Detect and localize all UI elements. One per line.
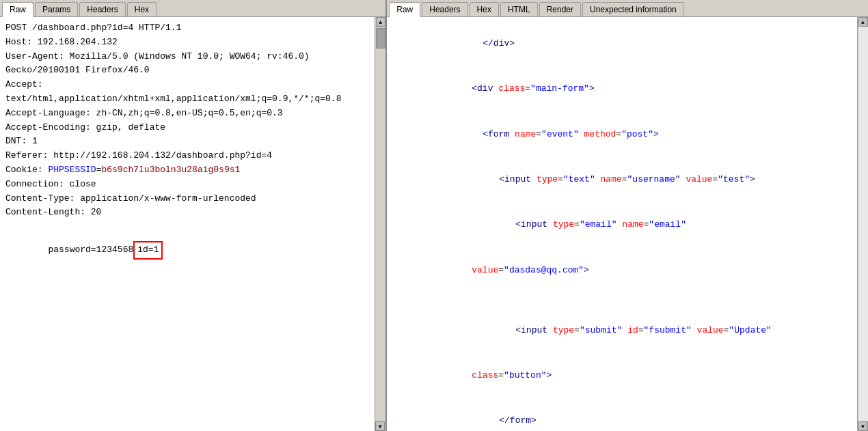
list-item: Gecko/20100101 Firefox/46.0	[5, 64, 380, 78]
right-tab-bar: Raw Headers Hex HTML Render Unexpected i…	[387, 0, 868, 17]
list-item: Accept-Encoding: gzip, deflate	[5, 121, 380, 135]
tab-raw-right[interactable]: Raw	[389, 2, 420, 17]
list-item: class="button">	[394, 353, 843, 398]
scroll-up-right[interactable]: ▲	[858, 17, 868, 27]
list-item: DNT: 1	[5, 135, 380, 149]
list-item: Referer: http://192.168.204.132/dashboar…	[5, 149, 380, 163]
tab-headers-right[interactable]: Headers	[422, 2, 467, 16]
tab-headers-left[interactable]: Headers	[79, 2, 125, 16]
list-item: </div>	[394, 21, 843, 66]
right-content-wrapper: </div> <div class="main-form"> <form nam…	[387, 17, 868, 431]
list-item: </form>	[394, 398, 843, 431]
cookie-value: b6s9ch7lu3boln3u28aig0s9s1	[101, 165, 240, 175]
html-content: <form name="event" method="post">	[483, 129, 659, 139]
list-item: <input type="text" name="username" value…	[394, 157, 843, 202]
tab-params[interactable]: Params	[35, 2, 78, 16]
right-panel: Raw Headers Hex HTML Render Unexpected i…	[387, 0, 868, 431]
tab-render[interactable]: Render	[539, 2, 581, 16]
list-item: Accept-Language: zh-CN,zh;q=0.8,en-US;q=…	[5, 107, 380, 121]
right-content-area: </div> <div class="main-form"> <form nam…	[387, 17, 857, 431]
scroll-up-arrow[interactable]: ▲	[376, 17, 385, 27]
cookie-name: PHPSESSID	[48, 165, 96, 175]
list-item: <input type="email" name="email"	[394, 202, 843, 247]
html-content: class="button">	[472, 370, 552, 380]
left-tab-bar: Raw Params Headers Hex	[0, 0, 385, 17]
left-panel: Raw Params Headers Hex POST /dashboard.p…	[0, 0, 387, 431]
scroll-down-right[interactable]: ▼	[858, 421, 868, 431]
left-scrollbar[interactable]: ▲ ▼	[375, 17, 385, 431]
list-item: <div class="main-form">	[394, 66, 843, 111]
scroll-track-right	[858, 27, 868, 421]
list-item: text/html,application/xhtml+xml,applicat…	[5, 92, 380, 107]
list-item: POST /dashboard.php?id=4 HTTP/1.1	[5, 21, 380, 36]
scroll-thumb-left[interactable]	[376, 28, 385, 48]
list-item: Content-Length: 20	[5, 206, 380, 220]
post-body-prefix: password=1234568	[48, 245, 133, 255]
left-content-area: POST /dashboard.php?id=4 HTTP/1.1 Host: …	[0, 17, 385, 431]
tab-raw-left[interactable]: Raw	[2, 2, 33, 17]
html-content: </div>	[483, 38, 515, 48]
list-item: Content-Type: application/x-www-form-url…	[5, 192, 380, 206]
list-item: Connection: close	[5, 178, 380, 192]
html-content: value="dasdas@qq.com">	[472, 265, 589, 275]
list-item: value="dasdas@qq.com">	[394, 247, 843, 292]
list-item: User-Agent: Mozilla/5.0 (Windows NT 10.0…	[5, 50, 380, 64]
tab-hex-left[interactable]: Hex	[127, 2, 157, 16]
post-body-line: password=1234568id=1	[5, 227, 380, 273]
list-item: <form name="event" method="post">	[394, 112, 843, 157]
html-content: </form>	[499, 415, 537, 426]
list-item: Accept:	[5, 78, 380, 92]
list-item	[394, 293, 843, 308]
list-item: Cookie: PHPSESSID=b6s9ch7lu3boln3u28aig0…	[5, 163, 380, 178]
list-item: Host: 192.168.204.132	[5, 36, 380, 50]
post-body-highlighted: id=1	[133, 241, 163, 260]
tab-unexpected-information[interactable]: Unexpected information	[582, 2, 684, 16]
right-scrollbar[interactable]: ▲ ▼	[857, 17, 868, 431]
scroll-down-arrow[interactable]: ▼	[375, 421, 385, 431]
html-content: <div class="main-form">	[472, 83, 595, 94]
tab-hex-right[interactable]: Hex	[470, 2, 499, 16]
html-content: <input type="email" name="email"	[515, 219, 686, 230]
list-item: <input type="submit" id="fsubmit" value=…	[394, 308, 843, 353]
html-content: <input type="text" name="username" value…	[499, 174, 755, 184]
html-content: <input type="submit" id="fsubmit" value=…	[515, 325, 772, 335]
tab-html[interactable]: HTML	[500, 2, 538, 16]
